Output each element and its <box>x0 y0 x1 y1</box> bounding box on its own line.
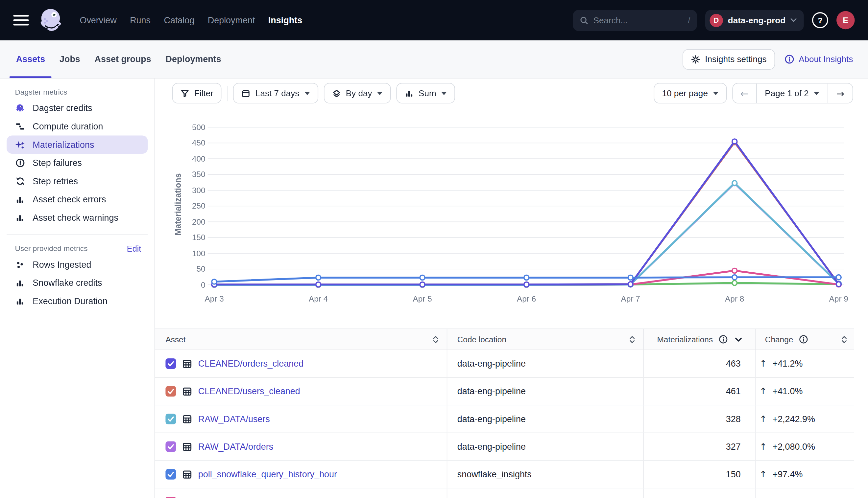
insights-settings-button[interactable]: Insights settings <box>682 49 775 69</box>
search-input[interactable]: Search... / <box>573 10 697 30</box>
y-tick-label: 200 <box>192 217 205 227</box>
nav-catalog[interactable]: Catalog <box>164 15 194 25</box>
aggregation-button[interactable]: Sum <box>396 83 455 104</box>
deployment-switcher[interactable]: D data-eng-prod <box>705 10 804 30</box>
data-point[interactable] <box>524 282 529 287</box>
data-point[interactable] <box>420 282 425 287</box>
filter-button[interactable]: Filter <box>172 83 222 104</box>
sidebar-item-compute-duration[interactable]: Compute duration <box>7 117 148 136</box>
y-tick-label: 50 <box>196 264 205 274</box>
sort-icon[interactable] <box>629 335 636 344</box>
sidebar-item-label: Compute duration <box>33 121 103 131</box>
prev-page-button[interactable]: ← <box>733 83 756 103</box>
nav-deployment[interactable]: Deployment <box>208 15 255 25</box>
data-point[interactable] <box>732 268 737 273</box>
sidebar-section-title: User provided metrics <box>15 244 88 252</box>
dagster-logo[interactable] <box>37 6 65 35</box>
nav-overview[interactable]: Overview <box>79 15 116 25</box>
sidebar-item-rows-ingested[interactable]: Rows Ingested <box>7 255 148 274</box>
asset-checkbox[interactable] <box>165 414 176 424</box>
tab-assets[interactable]: Assets <box>15 40 46 78</box>
table-asset-icon <box>182 469 192 479</box>
column-header-code-location[interactable]: Code location <box>447 329 643 350</box>
sidebar-item-dagster-credits[interactable]: Dagster credits <box>7 99 148 117</box>
edit-metrics-link[interactable]: Edit <box>127 244 141 253</box>
data-point[interactable] <box>836 282 841 287</box>
change-value: +2,242.9% <box>772 414 815 424</box>
tab-deployments[interactable]: Deployments <box>164 40 222 78</box>
data-point[interactable] <box>628 275 633 280</box>
per-page-button[interactable]: 10 per page <box>654 83 727 104</box>
sidebar-item-label: Snowflake credits <box>33 278 102 288</box>
nav-runs[interactable]: Runs <box>130 15 151 25</box>
data-point[interactable] <box>628 282 633 287</box>
asset-checkbox[interactable] <box>165 469 176 480</box>
info-icon[interactable] <box>718 335 728 344</box>
search-shortcut-hint: / <box>688 15 690 25</box>
series-line <box>214 141 839 285</box>
menu-icon[interactable] <box>13 12 29 28</box>
table-row: RAW_DATA/orders data-eng-pipeline 327 ↑ … <box>155 433 854 461</box>
group-by-button[interactable]: By day <box>324 83 391 104</box>
column-header-asset[interactable]: Asset <box>155 329 447 350</box>
date-range-button[interactable]: Last 7 days <box>233 83 318 104</box>
data-point[interactable] <box>732 275 737 280</box>
asset-checkbox[interactable] <box>165 442 176 452</box>
data-point[interactable] <box>316 282 321 287</box>
help-icon[interactable]: ? <box>812 12 828 28</box>
dots-cluster-icon <box>15 260 25 270</box>
change-value: +41.2% <box>772 359 803 369</box>
materializations-cell: 327 <box>643 433 755 460</box>
asset-link[interactable]: RAW_DATA/orders <box>198 442 273 451</box>
data-point[interactable] <box>420 275 425 280</box>
asset-link[interactable]: CLEANED/users_cleaned <box>198 386 300 396</box>
sidebar-item-execution-duration[interactable]: Execution Duration <box>7 292 148 311</box>
caret-down-icon <box>713 92 718 95</box>
sort-desc-icon[interactable] <box>735 337 742 342</box>
sidebar-item-snowflake-credits[interactable]: Snowflake credits <box>7 274 148 292</box>
asset-link[interactable]: poll_snowflake_query_history_hour <box>198 469 337 479</box>
sidebar-item-step-failures[interactable]: Step failures <box>7 154 148 172</box>
table-row: CLEANED/users_cleaned data-eng-pipeline … <box>155 378 854 405</box>
check-icon <box>167 387 175 395</box>
data-point[interactable] <box>732 280 737 286</box>
tab-asset-groups[interactable]: Asset groups <box>93 40 152 78</box>
column-header-materializations[interactable]: Materializations <box>643 329 755 350</box>
data-point[interactable] <box>524 275 529 280</box>
sidebar-item-asset-check-errors[interactable]: Asset check errors <box>7 190 148 209</box>
data-point[interactable] <box>316 275 321 280</box>
trend-up-arrow-icon: ↑ <box>760 414 767 424</box>
sidebar-item-materializations[interactable]: Materializations <box>7 135 148 154</box>
change-cell: ↑ +2,242.9% <box>755 405 854 433</box>
asset-link[interactable]: RAW_DATA/users <box>198 414 270 424</box>
next-page-button[interactable]: → <box>828 83 853 103</box>
asset-checkbox[interactable] <box>165 497 176 498</box>
sparkles-icon <box>15 140 25 149</box>
sidebar-item-step-retries[interactable]: Step retries <box>7 172 148 191</box>
data-point[interactable] <box>732 139 737 144</box>
data-point[interactable] <box>212 279 217 284</box>
page-indicator[interactable]: Page 1 of 2 <box>756 83 828 103</box>
materializations-cell: 47 <box>643 488 755 498</box>
code-location-cell: data-eng-pipeline <box>447 488 643 498</box>
data-point[interactable] <box>836 275 841 280</box>
table-row: CLEANED/orders_cleaned data-eng-pipeline… <box>155 350 854 378</box>
asset-link[interactable]: CLEANED/orders_cleaned <box>198 359 304 369</box>
sidebar-item-asset-check-warnings[interactable]: Asset check warnings <box>7 209 148 227</box>
y-tick-label: 0 <box>201 279 205 290</box>
sort-icon[interactable] <box>432 335 439 344</box>
asset-checkbox[interactable] <box>165 386 176 396</box>
alert-circle-icon <box>15 158 25 168</box>
asset-cell: CLEANED/orders_cleaned <box>155 350 447 378</box>
user-avatar[interactable]: E <box>837 11 855 29</box>
asset-cell: poll_snowflake_query_history_hour <box>155 461 447 488</box>
column-header-change[interactable]: Change <box>755 329 854 350</box>
nav-insights[interactable]: Insights <box>268 15 302 25</box>
info-icon[interactable] <box>799 335 808 344</box>
table-asset-icon <box>182 414 192 424</box>
asset-checkbox[interactable] <box>165 358 176 369</box>
tab-jobs[interactable]: Jobs <box>59 40 81 78</box>
sort-icon[interactable] <box>841 335 847 344</box>
data-point[interactable] <box>732 181 737 186</box>
about-insights-link[interactable]: About Insights <box>784 54 853 64</box>
